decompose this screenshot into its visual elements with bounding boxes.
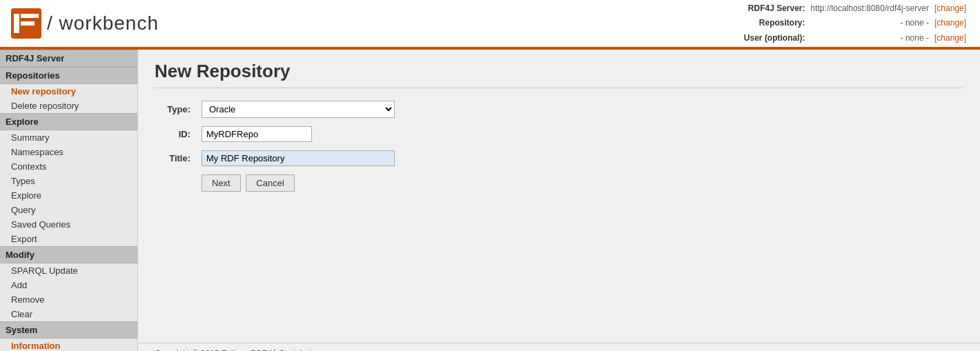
id-input[interactable] bbox=[202, 126, 312, 142]
sidebar-item-export[interactable]: Export bbox=[0, 232, 137, 246]
sidebar-item-add[interactable]: Add bbox=[0, 278, 137, 292]
sidebar-item-contexts[interactable]: Contexts bbox=[0, 159, 137, 174]
cancel-button[interactable]: Cancel bbox=[246, 174, 294, 192]
main-wrapper: New Repository Type: Memory StoreNative … bbox=[138, 50, 980, 351]
svg-rect-1 bbox=[14, 14, 19, 33]
sidebar-item-new-repository[interactable]: New repository bbox=[0, 84, 137, 99]
footer: Copyright © 2015 Eclipse RDF4J Contribut… bbox=[138, 343, 980, 351]
app-title: / workbench bbox=[47, 12, 159, 34]
sidebar-item-explore[interactable]: Explore bbox=[0, 188, 137, 203]
rdf4j-logo-icon bbox=[11, 8, 41, 39]
sidebar-section-rdf4j-server: RDF4J Server bbox=[0, 50, 137, 67]
header: / workbench RDF4J Server: http://localho… bbox=[0, 0, 980, 50]
server-value: http://localhost:8080/rdf4j-server bbox=[808, 1, 932, 17]
main-content: New Repository Type: Memory StoreNative … bbox=[138, 50, 980, 343]
svg-rect-2 bbox=[21, 14, 39, 18]
layout: RDF4J ServerRepositoriesNew repositoryDe… bbox=[0, 50, 980, 351]
new-repository-form: Type: Memory StoreNative StoreRemote Rep… bbox=[155, 97, 400, 196]
svg-rect-3 bbox=[21, 21, 35, 26]
repository-value: - none - bbox=[808, 16, 932, 31]
sidebar-item-sparql-update[interactable]: SPARQL Update bbox=[0, 263, 137, 278]
id-label: ID: bbox=[155, 122, 196, 146]
sidebar: RDF4J ServerRepositoriesNew repositoryDe… bbox=[0, 50, 138, 351]
user-value: - none - bbox=[808, 31, 932, 46]
user-label: User (optional): bbox=[741, 31, 808, 46]
sidebar-item-saved-queries[interactable]: Saved Queries bbox=[0, 217, 137, 232]
next-button[interactable]: Next bbox=[202, 174, 241, 192]
sidebar-section-repositories: Repositories bbox=[0, 67, 137, 84]
sidebar-section-modify: Modify bbox=[0, 246, 137, 263]
sidebar-item-types[interactable]: Types bbox=[0, 174, 137, 188]
repository-label: Repository: bbox=[741, 16, 808, 31]
logo-area: / workbench bbox=[11, 8, 159, 39]
sidebar-section-system: System bbox=[0, 321, 137, 339]
page-title: New Repository bbox=[155, 61, 963, 88]
sidebar-item-clear[interactable]: Clear bbox=[0, 307, 137, 321]
sidebar-section-explore: Explore bbox=[0, 113, 137, 130]
server-info: RDF4J Server: http://localhost:8080/rdf4… bbox=[741, 1, 969, 46]
server-change-link[interactable]: [change] bbox=[934, 3, 966, 13]
type-label: Type: bbox=[155, 97, 196, 122]
sidebar-item-remove[interactable]: Remove bbox=[0, 292, 137, 307]
sidebar-item-summary[interactable]: Summary bbox=[0, 130, 137, 145]
sidebar-item-query[interactable]: Query bbox=[0, 203, 137, 217]
repository-change-link[interactable]: [change] bbox=[934, 18, 966, 28]
type-select[interactable]: Memory StoreNative StoreRemote Repositor… bbox=[202, 101, 395, 118]
sidebar-item-information[interactable]: Information bbox=[0, 339, 137, 351]
server-label: RDF4J Server: bbox=[741, 1, 808, 17]
title-input[interactable] bbox=[202, 150, 395, 166]
sidebar-item-namespaces[interactable]: Namespaces bbox=[0, 145, 137, 159]
user-change-link[interactable]: [change] bbox=[934, 33, 966, 43]
title-label: Title: bbox=[155, 146, 196, 170]
sidebar-item-delete-repository[interactable]: Delete repository bbox=[0, 99, 137, 113]
